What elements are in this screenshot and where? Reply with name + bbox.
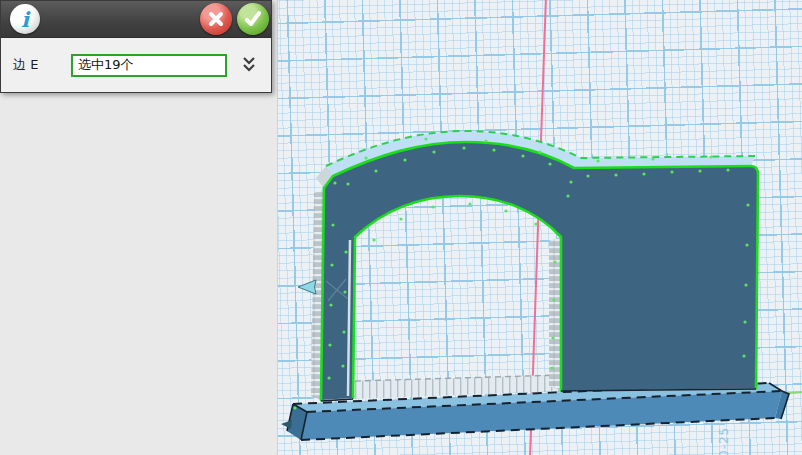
grid-coordinate-label: 0-25 [717,427,731,455]
opening-right-side-face [549,237,560,390]
tool-panel: i 边 E [0,0,278,455]
drag-arrow-icon[interactable] [298,280,316,294]
dialog-body: 边 E [1,38,271,92]
cancel-button[interactable] [200,3,232,35]
arch-plate-model[interactable] [293,131,758,410]
selected-opening-edges[interactable] [353,196,561,398]
dialog-titlebar: i [1,1,271,38]
confirm-button[interactable] [237,3,269,35]
3d-viewport[interactable]: 0-25 [278,0,802,455]
model-scene: 0-25 [278,0,802,455]
selection-count-input[interactable] [71,54,227,77]
info-icon: i [10,4,40,34]
cancel-icon [207,10,225,28]
model-front-face[interactable] [321,142,758,400]
confirm-icon [243,9,263,29]
expand-chevron-icon[interactable] [241,56,257,74]
edge-selection-dialog: i 边 E [0,0,272,93]
edge-field-label: 边 E [9,56,71,74]
base-drag-arrow-icon[interactable] [281,420,292,429]
